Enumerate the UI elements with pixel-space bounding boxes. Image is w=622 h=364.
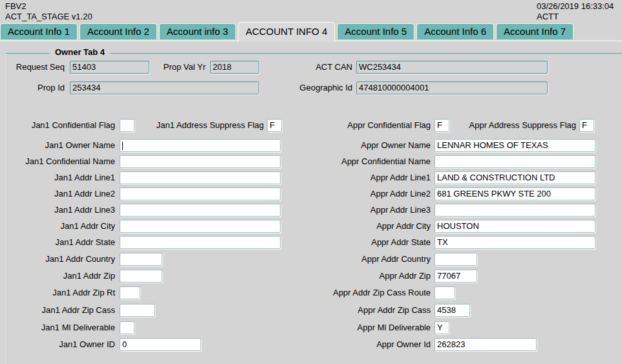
appr-address-suppress-flag-input[interactable]: F (579, 119, 594, 132)
jan1-addr-zip-input[interactable] (120, 270, 162, 283)
jan1-address-suppress-flag-label: Jan1 Address Suppress Flag (136, 119, 264, 132)
request-seq-field: 51403 (70, 61, 149, 74)
appr-ml-deliverable-label: Appr Ml Deliverable (270, 321, 431, 334)
appr-confidential-flag-label: Appr Confidential Flag (270, 119, 431, 132)
appr-addr-zip-cass-route-input[interactable] (434, 286, 455, 299)
jan1-owner-id-input[interactable]: 0 (120, 338, 201, 351)
appr-addr-zip-cass-input[interactable]: 4538 (434, 304, 470, 317)
module-version: ACT_TA_STAGE v1.20 (5, 12, 92, 22)
tab-account-info-5[interactable]: Account Info 5 (337, 23, 414, 39)
window-header-left: FBV2 ACT_TA_STAGE v1.20 (5, 1, 92, 22)
geographic-id-label: Geographic Id (259, 81, 352, 94)
jan1-addr-line3-input[interactable] (120, 204, 281, 217)
request-seq-label: Request Seq (5, 61, 65, 74)
jan1-ml-deliverable-input[interactable] (120, 321, 134, 334)
appr-owner-name-label: Appr Owner Name (270, 139, 431, 152)
tab-bar: Account Info 1 Account Info 2 Account in… (0, 23, 622, 41)
tab-account-info-3[interactable]: Account info 3 (159, 23, 236, 39)
appr-addr-line2-label: Appr Addr Line2 (270, 187, 431, 200)
jan1-addr-city-label: Jan1 Addr City (5, 220, 115, 233)
appr-owner-name-input[interactable]: LENNAR HOMES OF TEXAS (434, 139, 595, 152)
jan1-owner-name-input[interactable] (120, 139, 281, 152)
tab-account-info-2[interactable]: Account Info 2 (80, 23, 157, 39)
jan1-addr-zip-label: Jan1 Addr Zip (5, 270, 115, 283)
appr-addr-state-label: Appr Addr State (270, 236, 431, 249)
appr-addr-line1-input[interactable]: LAND & CONSTRUCTION LTD (434, 171, 595, 184)
appr-confidential-flag-input[interactable]: F (434, 119, 449, 132)
appr-addr-city-label: Appr Addr City (270, 220, 431, 233)
appr-addr-state-input[interactable]: TX (434, 236, 595, 249)
prop-id-label: Prop Id (5, 81, 65, 94)
jan1-addr-line1-label: Jan1 Addr Line1 (5, 171, 115, 184)
appr-addr-line2-input[interactable]: 681 GREENS PKWY STE 200 (434, 187, 595, 200)
appr-addr-line3-label: Appr Addr Line3 (270, 204, 431, 217)
appr-ml-deliverable-input[interactable]: Y (434, 321, 449, 334)
tab-account-info-6[interactable]: Account Info 6 (416, 23, 494, 39)
appr-addr-country-label: Appr Addr Country (270, 253, 431, 266)
tab-account-info-4[interactable]: ACCOUNT INFO 4 (238, 22, 335, 42)
jan1-confidential-name-input[interactable] (120, 155, 281, 168)
jan1-addr-zip-cass-input[interactable] (120, 304, 155, 317)
text-caret (122, 142, 123, 150)
appr-addr-zip-input[interactable]: 77067 (434, 270, 477, 283)
tab-account-info-1[interactable]: Account Info 1 (0, 23, 78, 39)
tab-account-info-7[interactable]: Account Info 7 (496, 23, 574, 39)
appr-addr-city-input[interactable]: HOUSTON (434, 220, 595, 233)
appr-addr-line1-label: Appr Addr Line1 (270, 171, 431, 184)
prop-id-field: 253434 (70, 81, 259, 94)
jan1-addr-zip-cass-label: Jan1 Addr Zip Cass (5, 304, 115, 317)
geographic-id-field: 474810000004001 (356, 81, 548, 94)
jan1-confidential-flag-input[interactable] (120, 119, 134, 132)
jan1-addr-country-label: Jan1 Addr Country (5, 253, 115, 266)
jan1-confidential-name-label: Jan1 Confidential Name (5, 155, 115, 168)
jan1-addr-state-input[interactable] (120, 236, 281, 249)
jan1-addr-country-input[interactable] (120, 253, 162, 266)
act-can-field: WC253434 (356, 61, 548, 74)
jan1-addr-zip-rt-label: Jan1 Addr Zip Rt (5, 286, 115, 299)
jan1-addr-state-label: Jan1 Addr State (5, 236, 115, 249)
app-name: FBV2 (5, 1, 92, 12)
jan1-addr-line2-label: Jan1 Addr Line2 (5, 187, 115, 200)
act-can-label: ACT CAN (259, 61, 352, 74)
prop-val-yr-label: Prop Val Yr (155, 61, 206, 74)
groupbox-title: Owner Tab 4 (50, 47, 110, 57)
jan1-owner-name-label: Jan1 Owner Name (5, 139, 115, 152)
appr-owner-id-label: Appr Owner Id (270, 338, 431, 351)
jan1-addr-line2-input[interactable] (120, 187, 281, 200)
jan1-addr-zip-rt-input[interactable] (120, 286, 140, 299)
appr-owner-id-input[interactable]: 262823 (434, 338, 537, 351)
appr-confidential-name-input[interactable] (434, 155, 595, 168)
prop-val-yr-field: 2018 (210, 61, 259, 74)
appr-confidential-name-label: Appr Confidential Name (270, 155, 431, 168)
window-header-right: 03/26/2019 16:33:04 ACTT (537, 1, 614, 22)
appr-addr-zip-cass-label: Appr Addr Zip Cass (270, 304, 431, 317)
jan1-addr-city-input[interactable] (120, 220, 281, 233)
datetime: 03/26/2019 16:33:04 (537, 1, 614, 12)
jan1-addr-line3-label: Jan1 Addr Line3 (5, 204, 115, 217)
appr-addr-country-input[interactable] (434, 253, 477, 266)
appr-addr-zip-cass-route-label: Appr Addr Zip Cass Route (270, 286, 431, 299)
appr-addr-line3-input[interactable] (434, 204, 595, 217)
user-code: ACTT (537, 12, 614, 22)
appr-addr-zip-label: Appr Addr Zip (270, 270, 431, 283)
appr-address-suppress-flag-label: Appr Address Suppress Flag (451, 119, 576, 132)
jan1-addr-line1-input[interactable] (120, 171, 281, 184)
jan1-ml-deliverable-label: Jan1 Ml Deliverable (5, 321, 115, 334)
jan1-owner-id-label: Jan1 Owner ID (5, 338, 115, 351)
jan1-confidential-flag-label: Jan1 Confidential Flag (5, 119, 115, 132)
